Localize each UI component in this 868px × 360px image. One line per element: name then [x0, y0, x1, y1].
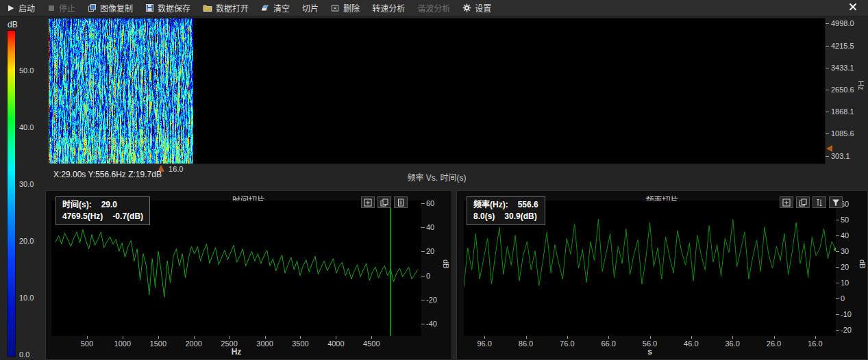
start-button[interactable]: 启动 [7, 2, 35, 14]
spectrogram-y-axis-label: Hz [857, 81, 865, 90]
x-tick-label: 1500 [150, 339, 166, 348]
freq-slice-info-value-2: 30.9(dB) [504, 211, 536, 222]
x-tick-label: 56.0 [643, 339, 657, 348]
x-tick [336, 336, 336, 339]
clear-icon [261, 4, 270, 12]
y-tick [836, 235, 839, 236]
freq-marker-icon[interactable] [826, 145, 832, 152]
colorbar-unit-label: dB [8, 20, 18, 29]
window-close-button[interactable] [845, 3, 861, 13]
colorbar-tick-label: 30.0 [19, 180, 34, 188]
x-tick [158, 336, 159, 339]
y-tick [836, 314, 839, 315]
image-copy-button[interactable]: 图像复制 [88, 2, 133, 14]
data-open-icon [203, 4, 212, 12]
spectrogram-y-tick [826, 46, 829, 47]
settings-button[interactable]: 设置 [462, 2, 491, 14]
y-tick [421, 324, 425, 324]
y-tick [421, 227, 425, 228]
close-icon [849, 3, 857, 13]
speed-analysis-button[interactable]: 转速分析 [372, 2, 405, 14]
spectrogram-y-tick [826, 156, 829, 157]
stop-button: 停止 [47, 2, 75, 14]
colorbar-tick-label: 10.0 [19, 294, 34, 302]
colorbar-tick-label: 50.0 [19, 66, 34, 75]
y-tick-label: 60 [426, 199, 434, 207]
spectrogram-title: 频率 Vs. 时间(s) [48, 171, 826, 183]
spectrogram-y-tick [826, 90, 829, 90]
freq-slice-panel: 频率切片 频率(Hz):556.6 8.0(s)30.9(dB) s dB 96… [456, 190, 868, 360]
y-tick-label: 40 [841, 231, 849, 240]
data-save-label: 数据保存 [158, 2, 190, 14]
play-icon [7, 4, 15, 12]
data-save-button[interactable]: 数据保存 [145, 2, 190, 14]
y-tick-label: 20 [426, 247, 434, 255]
x-tick-label: 3500 [292, 339, 308, 348]
freq-slice-x-axis-label: s [464, 347, 836, 357]
y-tick-label: -10 [841, 310, 852, 318]
spectrogram-plot[interactable] [48, 18, 826, 164]
time-slice-toolbar [361, 196, 408, 208]
x-tick-label: 500 [81, 339, 93, 348]
y-tick-label: -20 [841, 326, 852, 334]
time-slice-info-value-1: 29.0 [101, 199, 117, 211]
x-tick-label: 96.0 [477, 339, 491, 348]
y-tick [836, 283, 839, 283]
add-view-button[interactable] [780, 196, 793, 208]
data-open-button[interactable]: 数据打开 [203, 2, 249, 14]
y-tick-label: -40 [426, 320, 437, 328]
copy-button[interactable] [377, 196, 391, 208]
y-tick-label: 10 [841, 279, 849, 287]
x-tick-label: 66.0 [601, 339, 615, 348]
spectrogram-y-tick [826, 112, 829, 112]
cursor-button[interactable] [813, 196, 826, 208]
harmonic-analysis-button: 谐波分析 [417, 2, 450, 14]
export-button[interactable] [394, 196, 408, 208]
x-tick-label: 86.0 [519, 339, 533, 348]
spectrogram-y-tick [826, 133, 829, 134]
slice-button[interactable]: 切片 [302, 2, 319, 14]
y-tick [836, 267, 839, 268]
y-tick [836, 220, 839, 220]
time-slice-y-axis-label: dB [442, 259, 450, 268]
colorbar-gradient [7, 30, 16, 357]
x-tick [371, 336, 372, 339]
y-tick-label: 40 [426, 223, 434, 231]
add-view-button[interactable] [361, 196, 375, 208]
x-tick [650, 336, 651, 339]
x-tick-label: 26.0 [767, 339, 781, 348]
spectrogram-y-tick [826, 68, 829, 68]
time-slice-info-value-2: -0.7(dB) [112, 211, 143, 222]
time-slice-info-label-2: 4769.5(Hz) [62, 211, 103, 222]
colorbar-tick-label: 40.0 [19, 123, 34, 131]
x-tick [230, 336, 230, 339]
time-slice-infobox: 时间(s):29.0 4769.5(Hz)-0.7(dB) [55, 196, 150, 225]
x-tick-label: 2500 [221, 339, 237, 348]
image-copy-icon [88, 3, 97, 12]
spectrogram-y-tick-label: 1085.6 [831, 129, 854, 138]
colorbar-tick-label: 20.0 [19, 237, 34, 245]
y-tick-label: 0 [841, 294, 845, 303]
delete-button[interactable]: 删除 [331, 2, 360, 14]
x-tick [484, 336, 485, 339]
freq-slice-info-label-2: 8.0(s) [473, 211, 495, 222]
x-tick [774, 336, 775, 339]
y-tick [421, 300, 425, 300]
spectrogram-image[interactable] [49, 18, 825, 164]
x-tick [300, 336, 301, 339]
freq-slice-toolbar [780, 196, 843, 208]
copy-button[interactable] [796, 196, 810, 208]
x-tick-label: 4000 [327, 339, 344, 348]
clear-button[interactable]: 清空 [261, 2, 290, 14]
x-tick-label: 76.0 [560, 339, 574, 348]
x-tick [732, 336, 733, 339]
y-tick-label: 30 [841, 247, 849, 255]
clear-label: 清空 [273, 2, 290, 14]
slice-label: 切片 [302, 2, 319, 14]
y-tick [421, 251, 425, 252]
y-tick-label: 0 [426, 272, 430, 280]
x-tick [567, 336, 568, 339]
filter-button[interactable] [829, 196, 843, 208]
speed-analysis-label: 转速分析 [372, 2, 405, 14]
x-tick [194, 336, 195, 339]
